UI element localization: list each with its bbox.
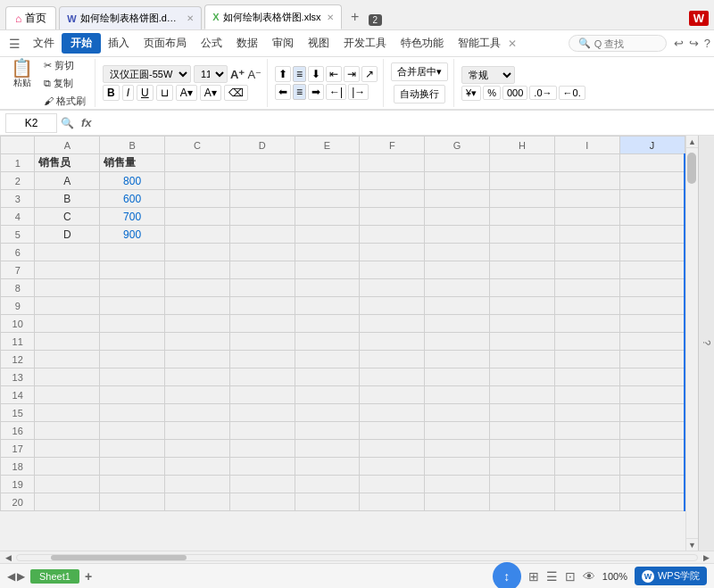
cell-J5[interactable] — [619, 226, 685, 244]
cell-F8[interactable] — [360, 279, 425, 297]
cell-E7[interactable] — [295, 261, 360, 279]
cell-B17[interactable] — [100, 440, 165, 458]
cell-C2[interactable] — [165, 172, 230, 190]
cell-F3[interactable] — [360, 190, 425, 208]
cell-J10[interactable] — [619, 315, 685, 333]
cell-F14[interactable] — [360, 386, 425, 404]
cell-C17[interactable] — [165, 440, 230, 458]
cell-H1[interactable] — [490, 154, 555, 172]
cell-F10[interactable] — [360, 315, 425, 333]
cell-D6[interactable] — [229, 244, 295, 261]
cell-B5[interactable]: 900 — [100, 226, 165, 244]
h-scroll-right[interactable]: ▶ — [700, 552, 712, 563]
col-header-E[interactable]: E — [295, 137, 360, 154]
cell-A5[interactable]: D — [35, 226, 100, 244]
align-top-icon[interactable]: ⬆ — [275, 66, 291, 82]
cell-I10[interactable] — [554, 315, 619, 333]
row-header-12[interactable]: 12 — [1, 351, 35, 369]
cell-I16[interactable] — [554, 422, 619, 440]
cell-J15[interactable] — [619, 404, 685, 422]
cell-C7[interactable] — [165, 261, 230, 279]
format-painter-button[interactable]: 🖌 格式刷 — [40, 93, 89, 110]
help-icon[interactable]: ? — [704, 37, 710, 50]
col-header-D[interactable]: D — [229, 137, 295, 154]
tab-doc[interactable]: W 如何绘制表格饼图.docx ✕ — [59, 6, 202, 29]
cell-E19[interactable] — [295, 476, 360, 493]
cell-C8[interactable] — [165, 279, 230, 297]
cell-B12[interactable] — [100, 351, 165, 369]
cell-E1[interactable] — [295, 154, 360, 172]
cell-I9[interactable] — [554, 297, 619, 315]
nav-back-icon[interactable]: ↩ — [674, 37, 684, 50]
text-rotate-icon[interactable]: ↗ — [361, 66, 378, 82]
col-header-B[interactable]: B — [100, 137, 165, 154]
cell-A20[interactable] — [35, 493, 100, 511]
cell-G14[interactable] — [425, 386, 490, 404]
cell-J9[interactable] — [619, 297, 685, 315]
menu-home[interactable]: 开始 — [62, 33, 101, 54]
row-header-16[interactable]: 16 — [1, 422, 35, 440]
cell-A10[interactable] — [35, 315, 100, 333]
cell-A18[interactable] — [35, 458, 100, 476]
cell-D15[interactable] — [229, 404, 295, 422]
cell-D11[interactable] — [229, 333, 295, 351]
cell-I2[interactable] — [554, 172, 619, 190]
menu-special[interactable]: 特色功能 — [394, 33, 451, 54]
h-scroll-thumb[interactable] — [51, 555, 187, 560]
row-header-17[interactable]: 17 — [1, 440, 35, 458]
cell-G12[interactable] — [425, 351, 490, 369]
cell-B7[interactable] — [100, 261, 165, 279]
col-header-A[interactable]: A — [35, 137, 100, 154]
cell-J2[interactable] — [619, 172, 685, 190]
cell-D4[interactable] — [229, 208, 295, 226]
cell-H6[interactable] — [490, 244, 555, 261]
menu-hamburger[interactable]: ☰ — [4, 34, 26, 54]
cell-C6[interactable] — [165, 244, 230, 261]
cell-A2[interactable]: A — [35, 172, 100, 190]
cell-F7[interactable] — [360, 261, 425, 279]
row-header-1[interactable]: 1 — [1, 154, 35, 172]
cell-B11[interactable] — [100, 333, 165, 351]
cell-A9[interactable] — [35, 297, 100, 315]
cell-I1[interactable] — [554, 154, 619, 172]
cell-D9[interactable] — [229, 297, 295, 315]
cell-D8[interactable] — [229, 279, 295, 297]
menu-data[interactable]: 数据 — [229, 33, 265, 54]
menu-review[interactable]: 审阅 — [265, 33, 301, 54]
h-scroll-left[interactable]: ◀ — [2, 552, 14, 563]
cell-I3[interactable] — [554, 190, 619, 208]
col-header-C[interactable]: C — [165, 137, 230, 154]
cell-C12[interactable] — [165, 351, 230, 369]
cell-G4[interactable] — [425, 208, 490, 226]
font-size-selector[interactable]: 11 — [194, 65, 228, 83]
cell-F18[interactable] — [360, 458, 425, 476]
cell-J3[interactable] — [619, 190, 685, 208]
cell-C9[interactable] — [165, 297, 230, 315]
cell-E6[interactable] — [295, 244, 360, 261]
indent-increase-icon[interactable]: ⇥ — [344, 66, 360, 82]
cell-H4[interactable] — [490, 208, 555, 226]
cell-J6[interactable] — [619, 244, 685, 261]
decimal-decrease-button[interactable]: ←0. — [559, 86, 585, 100]
cell-F12[interactable] — [360, 351, 425, 369]
cell-F19[interactable] — [360, 476, 425, 493]
decimal-increase-button[interactable]: .0→ — [529, 86, 556, 100]
bold-button[interactable]: B — [103, 85, 120, 101]
fullscreen-icon[interactable]: ⊡ — [565, 569, 576, 584]
cell-I19[interactable] — [554, 476, 619, 493]
paste-button[interactable]: 📋 粘贴 — [5, 57, 38, 110]
cell-E17[interactable] — [295, 440, 360, 458]
cell-E16[interactable] — [295, 422, 360, 440]
tab-xlsx-close[interactable]: ✕ — [327, 12, 334, 22]
row-header-15[interactable]: 15 — [1, 404, 35, 422]
cell-B16[interactable] — [100, 422, 165, 440]
cell-F13[interactable] — [360, 369, 425, 386]
add-sheet-button[interactable]: + — [85, 570, 92, 583]
cell-F6[interactable] — [360, 244, 425, 261]
cell-I6[interactable] — [554, 244, 619, 261]
tab-xlsx[interactable]: X 如何绘制表格饼图.xlsx ✕ — [204, 4, 341, 29]
row-header-13[interactable]: 13 — [1, 369, 35, 386]
cell-F1[interactable] — [360, 154, 425, 172]
cell-G7[interactable] — [425, 261, 490, 279]
cell-G11[interactable] — [425, 333, 490, 351]
